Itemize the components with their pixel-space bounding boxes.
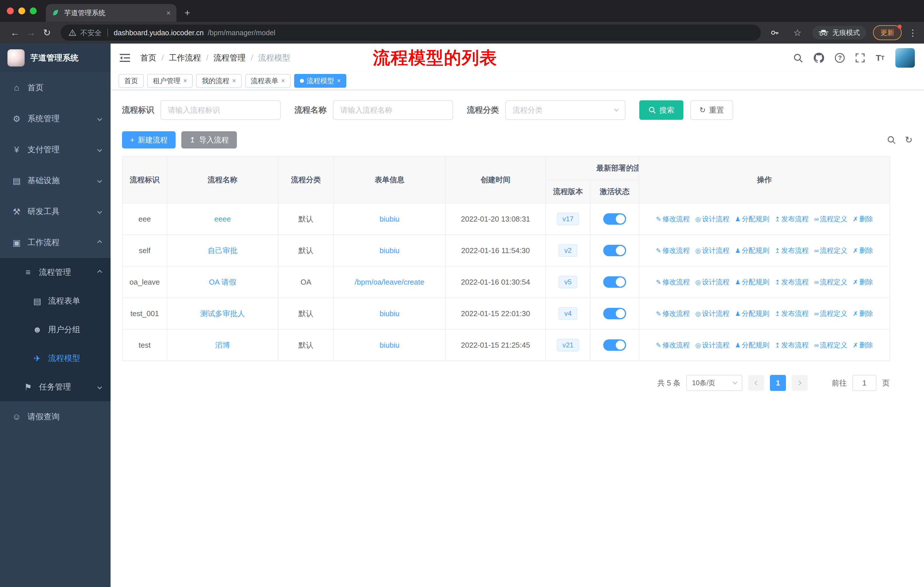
form-info-link[interactable]: biubiu	[380, 309, 399, 318]
process-definition-link[interactable]: ∞流程定义	[814, 215, 848, 223]
active-toggle[interactable]	[603, 339, 626, 351]
breadcrumb-item[interactable]: 流程管理	[214, 53, 246, 63]
font-size-icon[interactable]: TT	[876, 53, 884, 63]
modify-process-link[interactable]: ✎修改流程	[656, 278, 690, 286]
active-toggle[interactable]	[603, 276, 626, 288]
user-avatar[interactable]	[895, 48, 915, 68]
delete-link[interactable]: ✗删除	[853, 215, 873, 223]
sidebar-item-home[interactable]: ⌂ 首页	[0, 72, 111, 103]
show-search-icon[interactable]	[887, 136, 896, 144]
browser-tab[interactable]: 芋道管理系统 ×	[46, 4, 177, 22]
assign-rule-link[interactable]: ♟分配规则	[735, 246, 769, 254]
search-button[interactable]: 搜索	[639, 100, 683, 120]
modify-process-link[interactable]: ✎修改流程	[656, 309, 690, 317]
tag-my-process[interactable]: 我的流程 ×	[196, 74, 242, 88]
version-badge[interactable]: v21	[557, 339, 579, 351]
process-definition-link[interactable]: ∞流程定义	[814, 309, 848, 317]
delete-link[interactable]: ✗删除	[853, 246, 873, 254]
prev-page-button[interactable]	[748, 375, 764, 391]
active-toggle[interactable]	[603, 308, 626, 319]
process-name-link[interactable]: 自己审批	[208, 246, 238, 255]
assign-rule-link[interactable]: ♟分配规则	[735, 215, 769, 223]
maximize-window-button[interactable]	[30, 7, 37, 14]
github-icon[interactable]	[814, 53, 824, 63]
help-icon[interactable]: ?	[835, 53, 845, 63]
next-page-button[interactable]	[792, 375, 808, 391]
design-process-link[interactable]: ◎设计流程	[695, 341, 729, 349]
close-icon[interactable]: ×	[183, 78, 187, 84]
publish-process-link[interactable]: ↥发布流程	[775, 246, 808, 254]
sidebar-item-process-form[interactable]: ▤ 流程表单	[0, 287, 111, 315]
current-page-button[interactable]: 1	[770, 375, 786, 391]
publish-process-link[interactable]: ↥发布流程	[775, 309, 808, 317]
tab-close-icon[interactable]: ×	[167, 8, 171, 18]
sidebar-item-payment-management[interactable]: ¥ 支付管理	[0, 134, 111, 165]
sidebar-item-system-management[interactable]: ⚙ 系统管理	[0, 103, 111, 134]
sidebar-item-task-management[interactable]: ⚑ 任务管理	[0, 373, 111, 401]
forward-icon[interactable]: →	[23, 25, 39, 41]
sidebar-item-infrastructure[interactable]: ▤ 基础设施	[0, 165, 111, 196]
tag-process-model[interactable]: 流程模型 ×	[294, 74, 346, 88]
form-info-link[interactable]: biubiu	[380, 246, 399, 255]
reload-icon[interactable]: ↻	[39, 25, 55, 41]
address-bar[interactable]: 不安全 dashboard.yudao.iocoder.cn/bpm/manag…	[61, 25, 761, 41]
modify-process-link[interactable]: ✎修改流程	[656, 246, 690, 254]
modify-process-link[interactable]: ✎修改流程	[656, 341, 690, 349]
new-tab-button[interactable]: +	[185, 7, 190, 18]
tag-process-form[interactable]: 流程表单 ×	[245, 74, 291, 88]
assign-rule-link[interactable]: ♟分配规则	[735, 278, 769, 286]
process-category-select[interactable]: 流程分类	[505, 100, 625, 120]
process-name-link[interactable]: eeee	[214, 215, 231, 223]
form-info-link[interactable]: biubiu	[380, 215, 399, 223]
process-id-input[interactable]	[160, 100, 281, 120]
breadcrumb-item[interactable]: 工作流程	[169, 53, 201, 63]
delete-link[interactable]: ✗删除	[853, 309, 873, 317]
browser-update-button[interactable]: 更新	[873, 25, 902, 40]
sidebar-item-process-model[interactable]: ✈ 流程模型	[0, 344, 111, 373]
process-name-link[interactable]: OA 请假	[209, 278, 236, 286]
version-badge[interactable]: v4	[559, 307, 577, 320]
version-badge[interactable]: v5	[559, 276, 577, 288]
active-toggle[interactable]	[603, 213, 626, 225]
minimize-window-button[interactable]	[18, 7, 25, 14]
page-size-select[interactable]: 10条/页	[686, 375, 742, 391]
process-definition-link[interactable]: ∞流程定义	[814, 278, 848, 286]
process-name-link[interactable]: 滔博	[215, 341, 230, 349]
sidebar-item-workflow[interactable]: ▣ 工作流程	[0, 227, 111, 258]
collapse-sidebar-icon[interactable]	[120, 54, 130, 62]
close-icon[interactable]: ×	[232, 78, 236, 84]
process-definition-link[interactable]: ∞流程定义	[814, 246, 848, 254]
close-icon[interactable]: ×	[281, 78, 285, 84]
import-process-button[interactable]: ↥ 导入流程	[181, 131, 237, 149]
password-key-icon[interactable]	[766, 25, 782, 41]
modify-process-link[interactable]: ✎修改流程	[656, 215, 690, 223]
version-badge[interactable]: v2	[559, 244, 577, 257]
goto-page-input[interactable]	[852, 375, 876, 391]
tag-home[interactable]: 首页	[119, 74, 144, 88]
reset-button[interactable]: ↻ 重置	[690, 100, 733, 120]
back-icon[interactable]: ←	[7, 25, 23, 41]
tag-tenant-management[interactable]: 租户管理 ×	[147, 74, 193, 88]
create-process-button[interactable]: + 新建流程	[122, 131, 176, 149]
process-name-input[interactable]	[333, 100, 453, 120]
process-name-link[interactable]: 测试多审批人	[200, 309, 245, 318]
design-process-link[interactable]: ◎设计流程	[695, 215, 729, 223]
process-definition-link[interactable]: ∞流程定义	[814, 341, 848, 349]
publish-process-link[interactable]: ↥发布流程	[775, 341, 808, 349]
assign-rule-link[interactable]: ♟分配规则	[735, 341, 769, 349]
form-info-link[interactable]: biubiu	[380, 341, 399, 349]
search-icon[interactable]	[793, 53, 803, 63]
publish-process-link[interactable]: ↥发布流程	[775, 278, 808, 286]
design-process-link[interactable]: ◎设计流程	[695, 278, 729, 286]
browser-menu-icon[interactable]: ⋮	[909, 28, 917, 38]
fullscreen-icon[interactable]	[856, 53, 865, 63]
version-badge[interactable]: v17	[557, 213, 579, 225]
sidebar-item-user-group[interactable]: ☻ 用户分组	[0, 315, 111, 344]
form-info-link[interactable]: /bpm/oa/leave/create	[355, 278, 424, 286]
active-toggle[interactable]	[603, 245, 626, 256]
close-window-button[interactable]	[7, 7, 14, 14]
design-process-link[interactable]: ◎设计流程	[695, 246, 729, 254]
breadcrumb-item[interactable]: 首页	[140, 53, 157, 63]
assign-rule-link[interactable]: ♟分配规则	[735, 309, 769, 317]
close-icon[interactable]: ×	[337, 78, 341, 84]
